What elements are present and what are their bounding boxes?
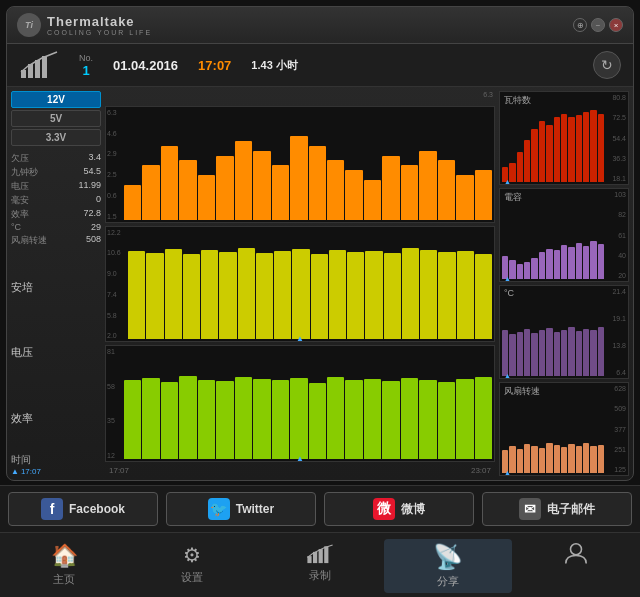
content-area: 12V 5V 3.3V 欠压3.4 九钟秒54.5 电压11.99 毫安0 效率… (7, 87, 633, 480)
row-label-amps: 安培 (11, 280, 101, 295)
temp-arrow: ▲ (504, 372, 511, 379)
twitter-button[interactable]: 🐦 Twitter (166, 492, 316, 526)
efficiency-arrow: ▲ (296, 454, 304, 462)
left-panel: 12V 5V 3.3V 欠压3.4 九钟秒54.5 电压11.99 毫安0 效率… (11, 91, 101, 476)
row-labels: 安培 电压 效率 (11, 249, 101, 451)
nav-settings[interactable]: ⚙ 设置 (128, 539, 256, 593)
volt-5v-button[interactable]: 5V (11, 110, 101, 127)
watts-title: 瓦特数 (504, 94, 531, 107)
svg-rect-3 (42, 56, 47, 78)
nav-record-label: 录制 (309, 568, 331, 583)
svg-rect-6 (319, 549, 323, 563)
nav-home-label: 主页 (53, 572, 75, 587)
minimize-button[interactable]: − (591, 18, 605, 32)
twitter-icon: 🐦 (208, 498, 230, 520)
refresh-button[interactable]: ↻ (593, 51, 621, 79)
voltage-selector: 12V 5V 3.3V (11, 91, 101, 146)
header-chart-icon (19, 50, 59, 80)
watts-arrow: ▲ (504, 178, 511, 185)
email-label: 电子邮件 (547, 501, 595, 518)
row-label-voltage: 电压 (11, 345, 101, 360)
center-charts: 6.3 6.34.62.92.50.61.5 (105, 91, 495, 476)
time-axis: 17:07 23:07 (105, 465, 495, 476)
stats-header: No. 1 01.04.2016 17:07 1.43 小时 ↻ (7, 44, 633, 87)
weibo-icon: 微 (373, 498, 395, 520)
share-icon: 📡 (433, 543, 463, 571)
title-bar: Ti Thermaltake COOLING YOUR LIFE ⊕ − × (7, 7, 633, 44)
left-stats: 欠压3.4 九钟秒54.5 电压11.99 毫安0 效率72.8 °C29 风扇… (11, 152, 101, 247)
amps-bars (106, 107, 494, 222)
twitter-label: Twitter (236, 502, 274, 516)
record-icon (306, 543, 334, 565)
bottom-nav: 🏠 主页 ⚙ 设置 录制 📡 分享 (0, 532, 640, 597)
stat-duration: 1.43 小时 (251, 58, 297, 73)
y-labels-top: 6.3 (105, 91, 495, 103)
weibo-button[interactable]: 微 微博 (324, 492, 474, 526)
time-label: 时间 (11, 453, 101, 467)
facebook-button[interactable]: f Facebook (8, 492, 158, 526)
stat-time: 17:07 (198, 58, 231, 73)
voltage-chart: 12.210.69.07.45.82.0 (105, 226, 495, 343)
svg-rect-7 (324, 546, 328, 563)
svg-rect-2 (35, 60, 40, 78)
amps-chart: 6.34.62.92.50.61.5 (105, 106, 495, 223)
nav-share[interactable]: 📡 分享 (384, 539, 512, 593)
volt-33v-button[interactable]: 3.3V (11, 129, 101, 146)
window-controls: ⊕ − × (573, 18, 623, 32)
close-button[interactable]: × (609, 18, 623, 32)
fan-chart: 628509377251125 (499, 382, 629, 476)
svg-point-8 (571, 544, 582, 555)
fan-arrow: ▲ (504, 469, 511, 476)
voltage-bars (106, 227, 494, 342)
efficiency-bars (106, 346, 494, 461)
social-bar: f Facebook 🐦 Twitter 微 微博 ✉ 电子邮件 (0, 485, 640, 532)
email-icon: ✉ (519, 498, 541, 520)
nav-user[interactable] (512, 539, 640, 593)
svg-rect-5 (313, 552, 317, 563)
home-icon: 🏠 (51, 543, 78, 569)
brand-slogan: COOLING YOUR LIFE (47, 29, 152, 36)
stat-no: No. 1 (79, 53, 93, 78)
nav-share-label: 分享 (437, 574, 459, 589)
logo-area: Ti Thermaltake COOLING YOUR LIFE (17, 13, 152, 37)
extra-btn-1[interactable]: ⊕ (573, 18, 587, 32)
amps-right-chart: 10382614020 (499, 188, 629, 282)
time-current: ▲ 17:07 (11, 467, 101, 476)
watts-chart: 80.872.554.436.318.1 (499, 91, 629, 185)
efficiency-chart: 81583512 (105, 345, 495, 462)
main-window: Ti Thermaltake COOLING YOUR LIFE ⊕ − × (6, 6, 634, 481)
brand-logo: Ti (17, 13, 41, 37)
email-button[interactable]: ✉ 电子邮件 (482, 492, 632, 526)
temp-bars (500, 286, 628, 378)
weibo-label: 微博 (401, 501, 425, 518)
nav-settings-label: 设置 (181, 570, 203, 585)
voltage-arrow: ▲ (296, 334, 304, 342)
brand-name: Thermaltake (47, 14, 152, 29)
amps-right-arrow: ▲ (504, 275, 511, 282)
temp-chart: 21.419.113.86.4 (499, 285, 629, 379)
time-label-area: 时间 ▲ 17:07 (11, 453, 101, 476)
facebook-icon: f (41, 498, 63, 520)
stat-date: 01.04.2016 (113, 58, 178, 73)
settings-icon: ⚙ (183, 543, 201, 567)
facebook-label: Facebook (69, 502, 125, 516)
nav-record[interactable]: 录制 (256, 539, 384, 593)
nav-home[interactable]: 🏠 主页 (0, 539, 128, 593)
right-panel: 80.872.554.436.318.1 (499, 91, 629, 476)
temp-title: °C (504, 288, 514, 298)
fan-title: 风扇转速 (504, 385, 540, 398)
app-container: Ti Thermaltake COOLING YOUR LIFE ⊕ − × (0, 0, 640, 597)
user-icon (563, 543, 589, 565)
amps-right-title: 電容 (504, 191, 522, 204)
row-label-efficiency: 效率 (11, 411, 101, 426)
volt-12v-button[interactable]: 12V (11, 91, 101, 108)
